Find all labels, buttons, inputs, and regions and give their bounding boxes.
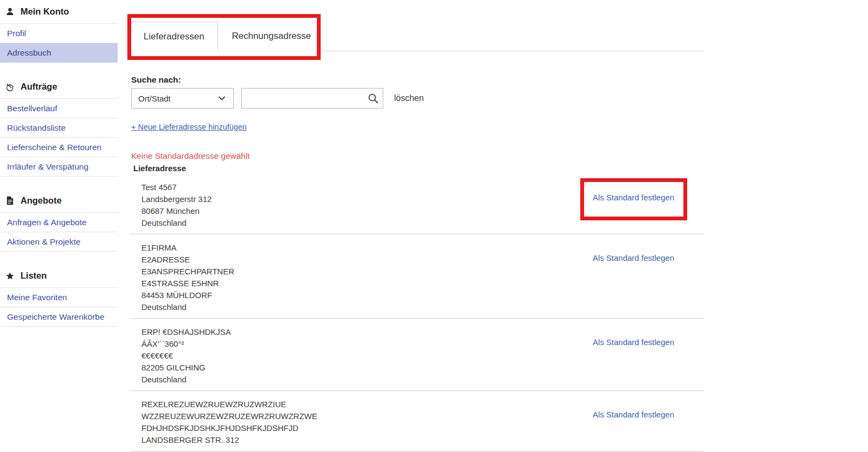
- address-line: E2ADRESSE: [141, 254, 234, 266]
- sidebar-item-profil[interactable]: Profil: [0, 24, 118, 43]
- address-list-title: Lieferadresse: [133, 164, 186, 173]
- address-line: Deutschland: [141, 217, 212, 229]
- sidebar-item-meine-favoriten[interactable]: Meine Favoriten: [0, 288, 118, 307]
- address-row: E1FIRMAE2ADRESSEE3ANSPRECHPARTNERE4STRAS…: [130, 234, 704, 319]
- search-icon[interactable]: [363, 89, 383, 108]
- set-default-link[interactable]: Als Standard festlegen: [593, 410, 674, 419]
- address-line: 84453 MÜHLDORF: [141, 289, 234, 301]
- address-line: ERP! €DSHAJSHDKJSA: [141, 326, 231, 338]
- add-delivery-address-link[interactable]: + Neue Lieferadresse hinzufügen: [131, 123, 247, 131]
- address-line: €€€€€€€: [141, 350, 231, 362]
- sidebar-section-angebote: AngeboteAnfragen & AngeboteAktionen & Pr…: [0, 192, 118, 252]
- address-line: WZZREUZEWURZEWZRUZEWRZRUWZRZWE: [141, 410, 317, 422]
- search-label: Suche nach:: [131, 75, 181, 85]
- chevron-down-icon: [218, 94, 226, 103]
- tab-lieferadressen[interactable]: Lieferadressen: [130, 22, 218, 51]
- sidebar-item-anfragen-angebote[interactable]: Anfragen & Angebote: [0, 213, 118, 232]
- sidebar: Mein KontoProfilAdressbuchAufträgeBestel…: [0, 3, 118, 342]
- user-icon: [5, 7, 15, 16]
- address-text: E1FIRMAE2ADRESSEE3ANSPRECHPARTNERE4STRAS…: [141, 242, 234, 313]
- address-text: ERP! €DSHAJSHDKJSAÁÂX'´`360°²€€€€€€€8220…: [141, 326, 231, 386]
- address-line: REXELREZUEWZRUEWZRUZWRZIUE: [141, 399, 317, 410]
- sidebar-item-irrläufer-verspätung[interactable]: Irrläufer & Verspätung: [0, 157, 118, 177]
- sidebar-item-gespeicherte-warenkörbe[interactable]: Gespeicherte Warenkörbe: [0, 307, 118, 327]
- address-line: Deutschland: [141, 301, 234, 313]
- address-row: REXELREZUEWZRUEWZRUZWRZIUEWZZREUZEWURZEW…: [130, 391, 704, 451]
- set-default-link[interactable]: Als Standard festlegen: [593, 193, 674, 202]
- sidebar-item-aktionen-projekte[interactable]: Aktionen & Projekte: [0, 232, 118, 252]
- tab-bar: Lieferadressen Rechnungsadresse: [130, 22, 704, 51]
- history-icon: [5, 82, 15, 91]
- no-default-address-message: Keine Standardadresse gewählt: [131, 151, 250, 161]
- address-row: Test 4567Landsbergerstr 31280687 München…: [130, 174, 704, 234]
- set-default-link[interactable]: Als Standard festlegen: [593, 338, 674, 347]
- address-line: Deutschland: [141, 374, 231, 386]
- tab-rechnungsadresse[interactable]: Rechnungsadresse: [218, 22, 324, 51]
- search-filter-select[interactable]: Ort/Stadt: [131, 88, 234, 109]
- search-filter-value: Ort/Stadt: [138, 94, 171, 103]
- sidebar-item-rückstandsliste[interactable]: Rückstandsliste: [0, 118, 118, 138]
- address-line: Landsbergerstr 312: [141, 193, 212, 205]
- sidebar-section-title: Aufträge: [21, 82, 57, 92]
- sidebar-section-header: Mein Konto: [0, 3, 118, 24]
- document-icon: [5, 196, 15, 205]
- sidebar-item-bestellverlauf[interactable]: Bestellverlauf: [0, 99, 118, 118]
- search-input[interactable]: [242, 89, 363, 108]
- sidebar-section-header: Angebote: [0, 192, 118, 213]
- star-icon: [5, 271, 15, 280]
- address-line: LANDSBERGER STR. 312: [141, 434, 317, 446]
- address-line: E4STRASSE E5HNR: [141, 278, 234, 289]
- address-line: 82205 GILCHING: [141, 362, 231, 374]
- address-text: REXELREZUEWZRUEWZRUZWRZIUEWZZREUZEWURZEW…: [141, 399, 317, 446]
- address-list: Test 4567Landsbergerstr 31280687 München…: [130, 174, 704, 451]
- sidebar-item-lieferscheine-retouren[interactable]: Lieferscheine & Retouren: [0, 138, 118, 157]
- address-line: E3ANSPRECHPARTNER: [141, 266, 234, 278]
- sidebar-section-header: Listen: [0, 267, 118, 288]
- sidebar-section-title: Mein Konto: [21, 6, 69, 17]
- set-default-link[interactable]: Als Standard festlegen: [593, 253, 674, 262]
- clear-search-link[interactable]: löschen: [394, 93, 424, 103]
- sidebar-section-title: Angebote: [21, 195, 62, 206]
- sidebar-section-listen: ListenMeine FavoritenGespeicherte Warenk…: [0, 267, 118, 327]
- address-row: ERP! €DSHAJSHDKJSAÁÂX'´`360°²€€€€€€€8220…: [130, 319, 704, 391]
- search-box: [241, 88, 383, 109]
- sidebar-item-adressbuch[interactable]: Adressbuch: [0, 43, 118, 63]
- address-line: 80687 München: [141, 205, 212, 217]
- sidebar-section-aufträge: AufträgeBestellverlaufRückstandslisteLie…: [0, 78, 118, 177]
- address-text: Test 4567Landsbergerstr 31280687 München…: [141, 181, 212, 229]
- sidebar-section-header: Aufträge: [0, 78, 118, 99]
- address-line: ÁÂX'´`360°²: [141, 338, 231, 350]
- address-line: Test 4567: [141, 181, 212, 193]
- sidebar-section-mein-konto: Mein KontoProfilAdressbuch: [0, 3, 118, 63]
- sidebar-section-title: Listen: [21, 271, 47, 281]
- address-line: E1FIRMA: [141, 242, 234, 254]
- address-line: FDHJHDSFKJDSHKJFHJDSHFKJDSHFJD: [141, 422, 317, 434]
